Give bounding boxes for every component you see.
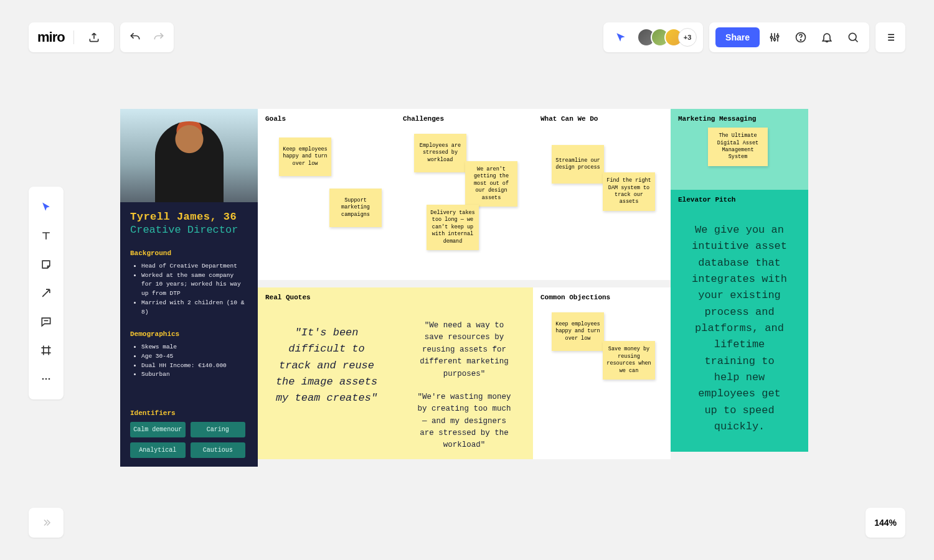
sticky-note[interactable]: Streamline our design process — [552, 145, 604, 184]
demographics-list: Skews male Age 30-45 Dual HH Income: €14… — [130, 343, 248, 380]
notifications-icon[interactable] — [816, 26, 838, 49]
sticky-note[interactable]: Keep employees happy and turn over low — [279, 138, 331, 176]
pitch-panel[interactable]: Elevator Pitch We give you an intuitive … — [671, 190, 808, 452]
marketing-panel[interactable]: Marketing Messaging The Ultimate Digital… — [671, 109, 808, 190]
panel-title: Real Quotes — [265, 294, 388, 301]
avatar-stack[interactable]: +3 — [637, 28, 697, 47]
sticky-note[interactable]: Save money by reusing resources when we … — [603, 341, 655, 380]
share-button[interactable]: Share — [715, 27, 760, 47]
cursor-tracking-icon[interactable] — [610, 26, 632, 49]
comment-tool[interactable] — [29, 307, 64, 336]
text-tool[interactable] — [29, 222, 64, 250]
persona-role: Creative Director — [130, 224, 248, 236]
expand-panel-button[interactable] — [29, 508, 64, 538]
panel-title: What Can We Do — [540, 115, 663, 123]
avatar-more[interactable]: +3 — [678, 28, 697, 47]
sticky-note[interactable]: The Ultimate Digital Asset Management Sy… — [708, 128, 768, 166]
panel-title: Marketing Messaging — [678, 115, 801, 123]
svg-point-0 — [770, 36, 772, 38]
export-icon[interactable] — [83, 26, 105, 49]
panel-title: Challenges — [403, 115, 526, 123]
undo-icon[interactable] — [124, 26, 146, 49]
sticky-note[interactable]: Find the right DAM system to track our a… — [603, 172, 655, 211]
goals-panel[interactable]: Goals Keep employees happy and turn over… — [258, 109, 395, 280]
frame-tool[interactable] — [29, 336, 64, 365]
panel-title: Common Objections — [540, 294, 663, 301]
list-item: Suburban — [141, 370, 248, 380]
list-item: Age 30-45 — [141, 352, 248, 362]
persona-name: Tyrell James, 36 — [130, 211, 248, 223]
challenges-panel[interactable]: Challenges Employees are stressed by wor… — [395, 109, 533, 280]
svg-point-6 — [42, 378, 44, 380]
sticky-note[interactable]: Delivery takes too long — we can't keep … — [427, 205, 479, 250]
list-item: Skews male — [141, 343, 248, 352]
sticky-note[interactable]: Support marketing campaigns — [329, 189, 382, 227]
top-bar-left: miro — [29, 22, 174, 52]
panel-title: Goals — [265, 115, 388, 123]
background-list: Head of Creative Department Worked at th… — [130, 262, 248, 317]
search-icon[interactable] — [842, 26, 864, 49]
svg-point-4 — [800, 40, 801, 40]
list-item: Dual HH Income: €140.000 — [141, 362, 248, 371]
identifier-tags: Calm demenour Caring Analytical Cautious — [130, 422, 248, 458]
arrow-tool[interactable] — [29, 279, 64, 307]
persona-photo — [120, 109, 258, 202]
tag: Caring — [191, 422, 246, 437]
svg-point-1 — [773, 39, 775, 40]
top-bar-right: +3 Share — [603, 22, 905, 52]
list-item: Married with 2 children (10 & 8) — [141, 299, 248, 317]
tag: Calm demenour — [130, 422, 186, 437]
zoom-level[interactable]: 144% — [866, 508, 905, 538]
tag: Cautious — [191, 442, 246, 458]
tag: Analytical — [130, 442, 186, 458]
demographics-heading: Demographics — [130, 330, 248, 338]
menu-button[interactable] — [875, 22, 905, 52]
presence-card: +3 — [603, 22, 703, 52]
board-canvas[interactable]: Tyrell James, 36 Creative Director Backg… — [120, 109, 805, 452]
settings-icon[interactable] — [763, 26, 786, 49]
redo-icon[interactable] — [148, 26, 170, 49]
list-item: Worked at the same company for 10 years;… — [141, 271, 248, 299]
quotes-panel-2[interactable]: "We need a way to save resources by reus… — [395, 287, 533, 459]
app-logo[interactable]: miro — [37, 29, 65, 45]
history-card — [120, 22, 174, 52]
objections-panel[interactable]: Common Objections Keep employees happy a… — [533, 287, 671, 459]
tool-bar — [29, 187, 64, 399]
select-tool[interactable] — [29, 193, 64, 222]
sticky-note[interactable]: We aren't getting the most out of our de… — [465, 161, 517, 207]
rightcol: Marketing Messaging The Ultimate Digital… — [671, 109, 808, 467]
quotes-panel-1[interactable]: Real Quotes "It's been difficult to trac… — [258, 287, 395, 459]
sticky-note[interactable]: Keep employees happy and turn over low — [552, 312, 604, 351]
svg-point-5 — [849, 33, 856, 40]
list-item: Head of Creative Department — [141, 262, 248, 271]
background-heading: Background — [130, 250, 248, 257]
share-card: Share — [709, 22, 869, 52]
top-bar: miro +3 S — [29, 22, 905, 52]
quote-text: "It's been difficult to track and reuse … — [265, 301, 388, 407]
logo-card: miro — [29, 22, 114, 52]
help-icon[interactable] — [790, 26, 812, 49]
identifiers-heading: Identifiers — [130, 409, 248, 417]
sticky-tool[interactable] — [29, 250, 64, 279]
svg-point-7 — [45, 378, 47, 380]
more-tools[interactable] — [29, 365, 64, 393]
divider — [73, 30, 74, 44]
svg-point-8 — [49, 378, 50, 380]
svg-point-2 — [776, 35, 778, 37]
quote-text: "We're wasting money by creating too muc… — [403, 380, 526, 452]
wedo-panel[interactable]: What Can We Do Streamline our design pro… — [533, 109, 671, 280]
sticky-note[interactable]: Employees are stressed by workload — [414, 134, 466, 172]
pitch-text: We give you an intuitive asset database … — [678, 203, 801, 435]
persona-panel[interactable]: Tyrell James, 36 Creative Director Backg… — [120, 109, 258, 467]
panel-title: Elevator Pitch — [678, 196, 801, 203]
quote-text: "We need a way to save resources by reus… — [403, 294, 526, 380]
